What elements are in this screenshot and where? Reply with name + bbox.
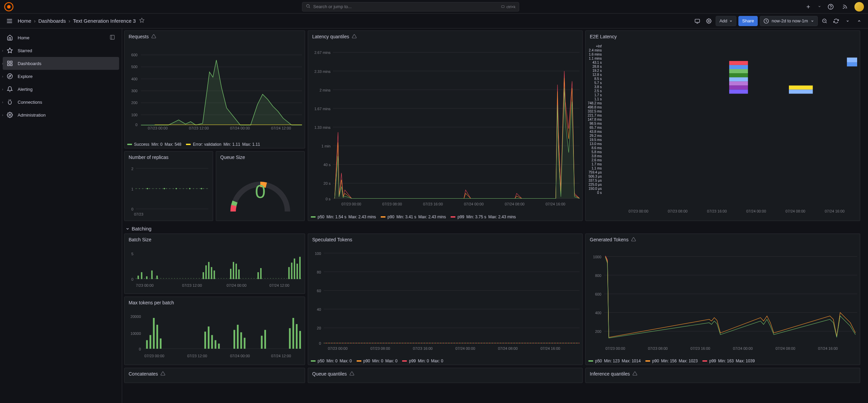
legend-item[interactable]: p99Min: 163Max: 1039	[702, 359, 755, 363]
svg-text:07/24 16:00: 07/24 16:00	[541, 346, 560, 350]
panel-generated[interactable]: Generated Tokens 1000800600400200 07/23 …	[585, 234, 860, 365]
sidebar-item-administration[interactable]: › Administration	[3, 108, 119, 121]
legend-item[interactable]: p90Min: 3.41 sMax: 2.43 mins	[381, 215, 446, 219]
breadcrumb-home[interactable]: Home	[18, 18, 31, 24]
chart-generated: 1000800600400200 07/23 00:0007/23 08:000…	[588, 247, 857, 355]
news-button[interactable]	[840, 2, 850, 12]
menu-toggle[interactable]	[4, 16, 15, 26]
tv-mode-button[interactable]	[693, 16, 702, 26]
svg-text:300: 300	[131, 89, 138, 93]
panel-max-tokens[interactable]: Max tokens per batch 20000100000	[124, 297, 305, 365]
svg-text:2.67 mins: 2.67 mins	[314, 51, 331, 55]
dock-icon[interactable]	[110, 35, 115, 41]
legend-item[interactable]: Error: validationMin: 1.11Max: 1.11	[186, 142, 260, 147]
panel-queue-quantiles[interactable]: Queue quantiles	[308, 368, 583, 383]
section-batching[interactable]: Batching	[124, 224, 866, 234]
legend-item[interactable]: SuccessMin: 0Max: 548	[127, 142, 181, 147]
sidebar-item-alerting[interactable]: › Alerting	[3, 83, 119, 96]
refresh-interval-dropdown[interactable]	[843, 16, 852, 26]
settings-button[interactable]	[704, 16, 714, 26]
svg-text:1.67 mins: 1.67 mins	[314, 107, 331, 111]
svg-rect-145	[204, 331, 206, 348]
collapse-button[interactable]	[854, 16, 864, 26]
panel-requests[interactable]: Requests 6005004003002001000 07/23 00:00…	[124, 31, 305, 148]
sidebar-item-starred[interactable]: › Starred	[3, 44, 119, 57]
panel-latency-quantiles[interactable]: Latency quantiles 2.67 mins2.33 mins2 mi…	[308, 31, 583, 221]
share-button[interactable]: Share	[738, 16, 758, 26]
legend-item[interactable]: p90Min: 0Max: 0	[357, 359, 398, 363]
sidebar-item-explore[interactable]: › Explore	[3, 70, 119, 83]
panel-inference-quantiles[interactable]: Inference quantiles	[585, 368, 860, 383]
panel-batch-size[interactable]: Batch Size 50	[124, 234, 305, 294]
help-button[interactable]	[826, 2, 835, 12]
svg-rect-91	[729, 69, 748, 73]
chart-legend: p50Min: 1.54 sMax: 2.43 mins p90Min: 3.4…	[308, 213, 582, 221]
breadcrumb-current: Text Generation Inference 3	[73, 18, 136, 24]
svg-text:07/24 00:00: 07/24 00:00	[464, 202, 484, 206]
chevron-right-icon: ›	[2, 113, 3, 117]
global-search[interactable]: Search or jump to... ctrl+k	[302, 2, 519, 12]
svg-rect-159	[299, 331, 301, 349]
sidebar-item-home[interactable]: Home	[3, 31, 119, 44]
svg-rect-113	[151, 270, 153, 279]
panel-title: Speculated Tokens	[312, 237, 352, 242]
panel-e2e-latency[interactable]: E2E Latency +Inf2.4 mins1.6 mins1.1 mins…	[585, 31, 860, 221]
user-avatar[interactable]	[854, 2, 864, 12]
svg-text:07/23 16:00: 07/23 16:00	[707, 209, 727, 213]
svg-text:07/23 00:00: 07/23 00:00	[628, 209, 648, 213]
panel-replicas[interactable]: Number of replicas 210 07/23	[124, 151, 213, 221]
svg-point-9	[843, 8, 844, 8]
svg-rect-94	[729, 81, 748, 85]
grafana-logo[interactable]	[4, 2, 14, 12]
svg-point-62	[189, 188, 190, 189]
svg-text:07/24 16:00: 07/24 16:00	[818, 346, 838, 350]
sidebar-item-connections[interactable]: › Connections	[3, 96, 119, 108]
panel-queue-size[interactable]: Queue Size 0	[216, 151, 305, 221]
zoom-out-button[interactable]	[820, 16, 829, 26]
add-menu[interactable]	[804, 2, 813, 12]
refresh-button[interactable]	[831, 16, 841, 26]
svg-rect-150	[233, 330, 235, 349]
svg-rect-146	[208, 326, 209, 349]
legend-item[interactable]: p50Min: 123Max: 1014	[588, 359, 641, 363]
svg-rect-14	[695, 19, 700, 22]
legend-item[interactable]: p50Min: 1.54 sMax: 2.43 mins	[311, 215, 376, 219]
svg-text:07/24 00:00: 07/24 00:00	[455, 346, 475, 350]
breadcrumb: Home › Dashboards › Text Generation Infe…	[18, 18, 136, 24]
svg-text:07/24 00:00: 07/24 00:00	[733, 346, 753, 350]
svg-rect-97	[789, 85, 813, 89]
legend-item[interactable]: p99Min: 3.75 sMax: 2.43 mins	[451, 215, 516, 219]
chart-legend: SuccessMin: 0Max: 548 Error: validationM…	[125, 141, 305, 148]
svg-rect-158	[296, 324, 298, 349]
chevron-down-icon[interactable]	[818, 4, 821, 9]
legend-item[interactable]: p90Min: 156Max: 1023	[645, 359, 698, 363]
panel-title: Number of replicas	[129, 155, 169, 160]
time-range-picker[interactable]: now-2d to now-1m	[760, 16, 818, 26]
panel-title: Queue quantiles	[312, 371, 347, 377]
svg-rect-4	[502, 5, 504, 7]
svg-rect-25	[11, 61, 12, 63]
panel-concatenates[interactable]: Concatenates	[124, 368, 305, 383]
svg-text:07/23 12:00: 07/23 12:00	[182, 283, 202, 287]
star-button[interactable]	[139, 18, 145, 24]
svg-text:07/24 12:00: 07/24 12:00	[271, 126, 291, 130]
chart-replicas: 210 07/23	[127, 164, 210, 218]
svg-text:200: 200	[595, 329, 601, 334]
panel-speculated[interactable]: Speculated Tokens 100806040200 07/23 00:…	[308, 234, 583, 365]
svg-rect-129	[297, 264, 298, 279]
legend-item[interactable]: p99Min: 0Max: 0	[402, 359, 443, 363]
panel-title: Latency quantiles	[312, 34, 349, 39]
alert-icon	[350, 371, 354, 377]
svg-text:0 s: 0 s	[325, 197, 331, 201]
dashboard-icon	[7, 60, 13, 66]
chart-requests: 6005004003002001000 07/23 00:0007/23 12:…	[127, 44, 302, 138]
panel-title: Queue Size	[220, 155, 245, 160]
sidebar-item-dashboards[interactable]: › Dashboards	[3, 57, 119, 70]
compass-icon	[7, 73, 13, 79]
svg-text:400: 400	[595, 311, 601, 315]
svg-text:1.33 mins: 1.33 mins	[314, 125, 331, 129]
legend-item[interactable]: p50Min: 0Max: 0	[311, 359, 352, 363]
panel-title: E2E Latency	[590, 34, 617, 39]
add-button[interactable]: Add	[716, 16, 736, 26]
breadcrumb-dashboards[interactable]: Dashboards	[38, 18, 66, 24]
